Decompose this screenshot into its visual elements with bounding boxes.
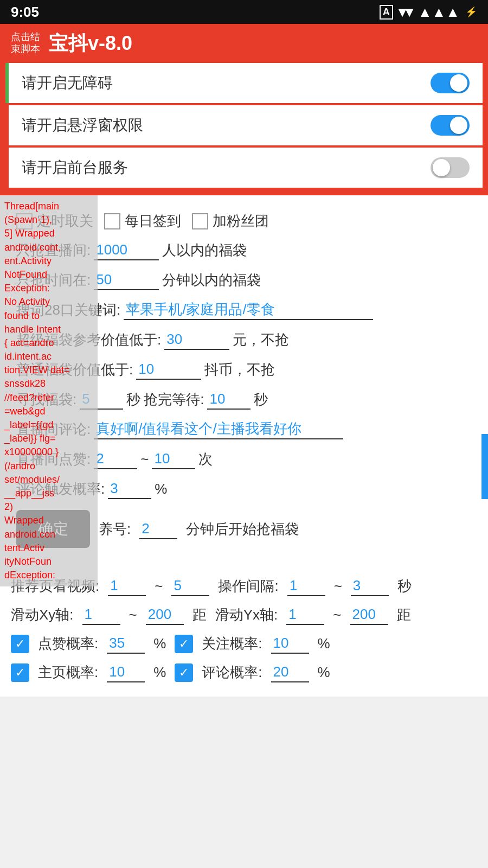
time-input[interactable] <box>94 270 159 290</box>
confirm-button[interactable]: 确定 <box>16 510 90 548</box>
comment-rate2-checkbox[interactable]: ✓ <box>175 663 193 682</box>
accessibility-toggle[interactable] <box>431 73 470 93</box>
interval-min[interactable] <box>287 576 325 596</box>
comment-rate2-label: 评论概率: <box>202 663 262 682</box>
checkbox-item-fans[interactable]: 加粉丝团 <box>192 212 269 231</box>
comment-rate2-input[interactable] <box>271 662 309 682</box>
setting-row-accessibility: 请开启无障碍 <box>5 63 483 103</box>
fans-checkbox[interactable] <box>192 213 208 229</box>
comment-rate2-unit: % <box>318 664 330 681</box>
comment-rate-input[interactable] <box>108 479 151 499</box>
recommend-min[interactable] <box>108 576 146 596</box>
like-rate-input[interactable] <box>107 634 145 654</box>
confirm-area: 确定 养号: 分钟后开始抢福袋 <box>16 510 477 548</box>
homepage-rate-checkbox[interactable]: ✓ <box>11 663 29 682</box>
status-bar: 9:05 A ▾▾ ▲▲▲ ⚡ <box>0 0 488 24</box>
yx-label: 滑动Yx轴: <box>215 605 278 624</box>
scroll-indicator <box>481 434 488 499</box>
find-bag-input[interactable] <box>80 390 123 410</box>
normal-bag-suffix: 抖币，不抢 <box>204 360 275 379</box>
stop-script-label[interactable]: 点击结 束脚本 <box>11 31 40 55</box>
timing-label: 定时取关 <box>37 212 93 231</box>
likes-tilde: ~ <box>140 451 149 468</box>
timing-checkbox[interactable] <box>16 213 33 229</box>
yx-max[interactable] <box>350 605 388 625</box>
wait-unit: 秒 <box>254 390 268 409</box>
keywords-prefix: 搜词28口关键词: <box>16 301 120 320</box>
nurture-input[interactable] <box>139 519 177 539</box>
super-bag-input[interactable] <box>164 330 229 350</box>
comment-rate-unit: % <box>155 481 167 497</box>
checkbox-item-signin[interactable]: 每日签到 <box>104 212 181 231</box>
like-rate-checkbox[interactable]: ✓ <box>11 635 29 653</box>
like-rate-label: 点赞概率: <box>38 634 98 653</box>
wait-input[interactable] <box>207 390 251 410</box>
homepage-rate-label: 主页概率: <box>38 663 98 682</box>
find-bag-unit: 秒 <box>126 390 140 409</box>
setting-row-foreground: 请开启前台服务 <box>5 148 483 188</box>
settings-container: 请开启无障碍 请开启悬浮窗权限 请开启前台服务 <box>0 63 488 195</box>
homepage-rate-input[interactable] <box>107 662 145 682</box>
wifi-icon: ▾▾ <box>399 4 413 21</box>
bottom-section: 推荐页看视频: ~ 操作间隔: ~ 秒 滑动Xy轴: ~ 距 滑动Yx轴: ~ … <box>0 562 488 697</box>
title-bar: 点击结 束脚本 宝抖v-8.0 <box>0 24 488 63</box>
sim-icon: A <box>380 5 393 20</box>
likes-prefix: 直播间点赞: <box>16 450 91 469</box>
viewers-input[interactable] <box>94 240 159 260</box>
interval-label: 操作间隔: <box>218 577 278 596</box>
normal-bag-prefix: 普通福袋价值低于: <box>16 360 133 379</box>
normal-bag-input[interactable] <box>136 360 201 380</box>
yx-min[interactable] <box>286 605 324 625</box>
wait-prefix: 抢完等待: <box>144 390 204 409</box>
checkbox-item-timing[interactable]: 定时取关 <box>16 212 93 231</box>
comment-prefix: 直播间评论: <box>16 420 91 439</box>
follow-rate-label: 关注概率: <box>202 634 262 653</box>
nurture-suffix: 分钟后开始抢福袋 <box>186 520 299 539</box>
xy-max[interactable] <box>146 605 184 625</box>
main-content: Thread[main (Spawn-1), 5] Wrapped androi… <box>0 195 488 562</box>
signal-icon: ▲▲▲ <box>418 4 460 21</box>
status-icons: A ▾▾ ▲▲▲ ⚡ <box>380 4 477 21</box>
follow-rate-checkbox[interactable]: ✓ <box>175 635 193 653</box>
follow-rate-input[interactable] <box>271 634 309 654</box>
time-suffix: 分钟以内的福袋 <box>162 271 261 290</box>
accessibility-label: 请开启无障碍 <box>22 73 113 93</box>
form-row-viewers: 只抢直播间: 人以内的福袋 <box>11 240 477 260</box>
recommend-label: 推荐页看视频: <box>11 577 99 596</box>
likes-max-input[interactable] <box>152 449 195 469</box>
form-row-super-bag: 超级福袋参考价值低于: 元，不抢 <box>11 330 477 350</box>
overlay-label: 请开启悬浮窗权限 <box>22 115 143 136</box>
interval-max[interactable] <box>351 576 389 596</box>
find-bag-prefix: 寻找福袋: <box>16 390 76 409</box>
homepage-rate-unit: % <box>153 664 166 681</box>
form-row-time: 只抢时间在: 分钟以内的福袋 <box>11 270 477 290</box>
keywords-input[interactable] <box>124 300 373 320</box>
interval-unit: 秒 <box>397 577 412 596</box>
super-bag-prefix: 超级福袋参考价值低于: <box>16 330 161 349</box>
recommend-video-row: 推荐页看视频: ~ 操作间隔: ~ 秒 <box>11 576 477 596</box>
likes-suffix: 次 <box>198 450 213 469</box>
comment-input[interactable] <box>94 419 343 439</box>
homepage-comment-row: ✓ 主页概率: % ✓ 评论概率: % <box>11 662 477 682</box>
xy-min[interactable] <box>82 605 120 625</box>
nurture-prefix: 养号: <box>99 520 131 539</box>
recommend-tilde: ~ <box>155 578 163 595</box>
setting-row-overlay: 请开启悬浮窗权限 <box>5 105 483 145</box>
like-rate-unit: % <box>153 635 166 652</box>
xy-tilde: ~ <box>129 607 137 623</box>
follow-rate-unit: % <box>318 635 330 652</box>
foreground-toggle[interactable] <box>431 157 470 178</box>
overlay-toggle[interactable] <box>431 115 470 136</box>
interval-tilde: ~ <box>334 578 342 595</box>
signin-checkbox[interactable] <box>104 213 120 229</box>
form-row-comment-rate: 评论触发概率: % <box>11 479 477 499</box>
form-row-find-bag: 寻找福袋: 秒 抢完等待: 秒 <box>11 390 477 410</box>
recommend-max[interactable] <box>171 576 209 596</box>
fans-label: 加粉丝团 <box>213 212 269 231</box>
super-bag-suffix: 元，不抢 <box>233 330 289 349</box>
form-row-comment: 直播间评论: <box>11 419 477 439</box>
xy-unit: 距 <box>192 605 207 624</box>
comment-rate-prefix: 评论触发概率: <box>16 480 105 499</box>
yx-unit: 距 <box>397 605 411 624</box>
likes-min-input[interactable] <box>94 449 137 469</box>
